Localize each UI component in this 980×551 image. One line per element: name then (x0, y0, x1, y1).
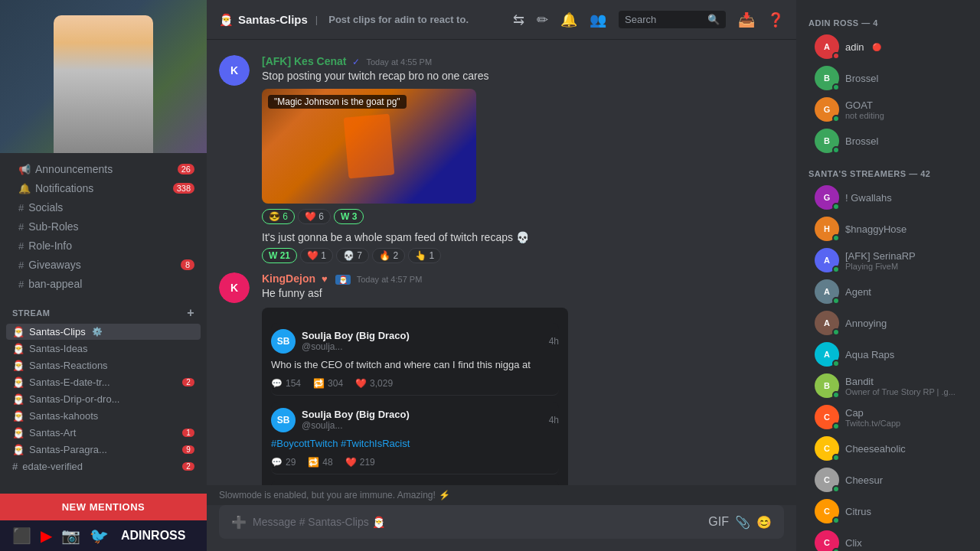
reaction[interactable]: W 21 (262, 248, 297, 263)
channel-emoji: 🎅 (12, 444, 24, 455)
new-mentions-button[interactable]: NEW MENTIONS (0, 494, 207, 520)
message-time: Today at 4:55 PM (366, 57, 432, 67)
channel-label: Santas-kahoots (29, 410, 98, 422)
add-stream-channel-button[interactable]: + (187, 306, 194, 320)
stream-channel-santas-ideas[interactable]: 🎅 Santas-Ideas (6, 341, 201, 357)
thread-button[interactable]: 🧵 (738, 275, 760, 293)
reaction[interactable]: ❤️ 1 (300, 248, 333, 263)
member-item[interactable]: B Brossel (802, 126, 974, 156)
member-item[interactable]: C Citrus (802, 496, 974, 527)
react-button[interactable]: 😊 (694, 57, 717, 76)
member-item[interactable]: B Brossel (802, 63, 974, 93)
channel-label: Giveaways (28, 259, 80, 271)
stream-channel-santas-reactions[interactable]: 🎅 Santas-Reactions (6, 357, 201, 373)
status-dot (832, 266, 840, 273)
message-input[interactable] (253, 508, 702, 536)
reaction[interactable]: 🔥 2 (372, 248, 405, 263)
sidebar-item-announcements[interactable]: 📢 Announcements 26 (6, 160, 201, 178)
twitter-icon[interactable]: 🐦 (90, 527, 109, 545)
emoji-button[interactable]: 😊 (756, 515, 772, 530)
stream-channel-kahoots[interactable]: 🎅 Santas-kahoots (6, 408, 201, 424)
sidebar-item-notifications[interactable]: 🔔 Notifications 338 (6, 179, 201, 197)
channel-label: edate-verified (22, 461, 83, 472)
channel-label: Socials (28, 201, 63, 214)
reply-button[interactable]: ↩ (718, 57, 737, 76)
tweet-header: SB Soulja Boy (Big Draco) @soulja... 4h (271, 408, 559, 432)
member-name: Cap (845, 407, 900, 419)
twitch-icon[interactable]: ⬛ (12, 527, 31, 545)
member-name: Clix (845, 537, 862, 549)
bell-icon[interactable]: 🔔 (560, 11, 577, 28)
member-item[interactable]: H $hnaggyHose (802, 214, 974, 244)
member-item[interactable]: A Annoying (802, 308, 974, 338)
members-section-header: SANTA'S STREAMERS — 42 (796, 157, 980, 181)
member-item[interactable]: A adin 🔴 (802, 31, 974, 62)
reaction[interactable]: 👆 1 (408, 248, 441, 263)
stream-channel-edate-verified[interactable]: # edate-verified 2 (6, 458, 201, 474)
member-name: adin (845, 41, 864, 53)
member-item[interactable]: A Agent (802, 276, 974, 307)
reaction[interactable]: W 3 (334, 209, 364, 224)
thread-button[interactable]: 🧵 (738, 57, 760, 76)
reply-button[interactable]: ↩ (718, 275, 737, 293)
member-item[interactable]: C Cheeseaholic (802, 433, 974, 464)
help-icon[interactable]: ❓ (767, 11, 784, 28)
stream-channel-art[interactable]: 🎅 Santas-Art 1 (6, 425, 201, 441)
brand-name: ADINROSS (121, 529, 185, 543)
tweet-avatar: SB (271, 329, 296, 354)
more-button[interactable]: ⋯ (762, 57, 782, 76)
sidebar-item-role-info[interactable]: # Role-Info (6, 236, 201, 255)
sidebar-item-ban-appeal[interactable]: # ban-appeal (6, 275, 201, 293)
channel-badge: 26 (178, 164, 194, 174)
sidebar-item-giveaways[interactable]: # Giveaways 8 (6, 256, 201, 274)
sidebar-item-socials[interactable]: # Socials (6, 198, 201, 217)
message-username[interactable]: KingDejon (262, 272, 315, 285)
sticker-button[interactable]: 📎 (735, 515, 750, 530)
hash-icon: # (18, 202, 24, 214)
youtube-icon[interactable]: ▶ (41, 527, 52, 545)
instagram-icon[interactable]: 📷 (61, 527, 80, 545)
reaction[interactable]: 💀 7 (336, 248, 369, 263)
webcam-area (0, 0, 207, 153)
member-item[interactable]: G ! Gwallahs (802, 182, 974, 213)
member-name: Cheeseaholic (845, 443, 906, 455)
channel-emoji: 🎅 (12, 343, 24, 354)
member-avatar: A (815, 311, 839, 335)
tweet-time: 4h (549, 415, 559, 425)
status-dot (832, 360, 840, 367)
react-button[interactable]: 😊 (694, 275, 717, 293)
member-name: Brossel (845, 73, 878, 84)
more-button[interactable]: ⋯ (762, 275, 782, 293)
member-item[interactable]: B Bandit Owner of True Story RP | .g... (802, 370, 974, 401)
member-item[interactable]: A [AFK] SerinaRP Playing FiveM (802, 245, 974, 276)
search-box[interactable]: Search 🔍 (619, 11, 726, 28)
add-content-icon[interactable]: ➕ (231, 515, 247, 530)
members-icon[interactable]: 👥 (590, 11, 606, 28)
gif-button[interactable]: GIF (708, 515, 729, 529)
pencil-icon[interactable]: ✏ (537, 11, 548, 28)
member-item[interactable]: C Cheesur (802, 465, 974, 495)
status-dot (832, 548, 840, 551)
tag-badge: 🎅 (335, 275, 351, 285)
message-username[interactable]: [AFK] Kes Cenat (262, 55, 346, 67)
threads-icon[interactable]: ⇆ (513, 11, 524, 28)
slowmode-emoji: ⚡ (439, 490, 450, 500)
reaction[interactable]: 😎 6 (262, 209, 295, 224)
inbox-icon[interactable]: 📥 (738, 11, 755, 28)
hash-icon: # (18, 279, 24, 290)
member-avatar: A (815, 279, 839, 304)
member-item[interactable]: A Aqua Raps (802, 339, 974, 370)
brand-bar: ⬛ ▶ 📷 🐦 ADINROSS (0, 520, 207, 551)
member-item[interactable]: C Clix (802, 527, 974, 551)
member-item[interactable]: G GOAT not editing (802, 94, 974, 125)
message-avatar: K (219, 272, 250, 303)
member-name: Cheesur (845, 474, 883, 486)
stream-channel-edate-tr[interactable]: 🎅 Santas-E-date-tr... 2 (6, 374, 201, 390)
stream-channel-paragra[interactable]: 🎅 Santas-Paragra... 9 (6, 442, 201, 458)
stream-channel-drip-or-dro[interactable]: 🎅 Santas-Drip-or-dro... (6, 391, 201, 407)
reaction[interactable]: ❤️ 6 (298, 209, 331, 224)
member-item[interactable]: C Cap Twitch.tv/Capp (802, 402, 974, 432)
stream-channel-santas-clips[interactable]: 🎅 Santas-Clips ⚙️ (6, 324, 201, 340)
member-avatar: G (815, 185, 839, 210)
sidebar-item-sub-roles[interactable]: # Sub-Roles (6, 217, 201, 236)
